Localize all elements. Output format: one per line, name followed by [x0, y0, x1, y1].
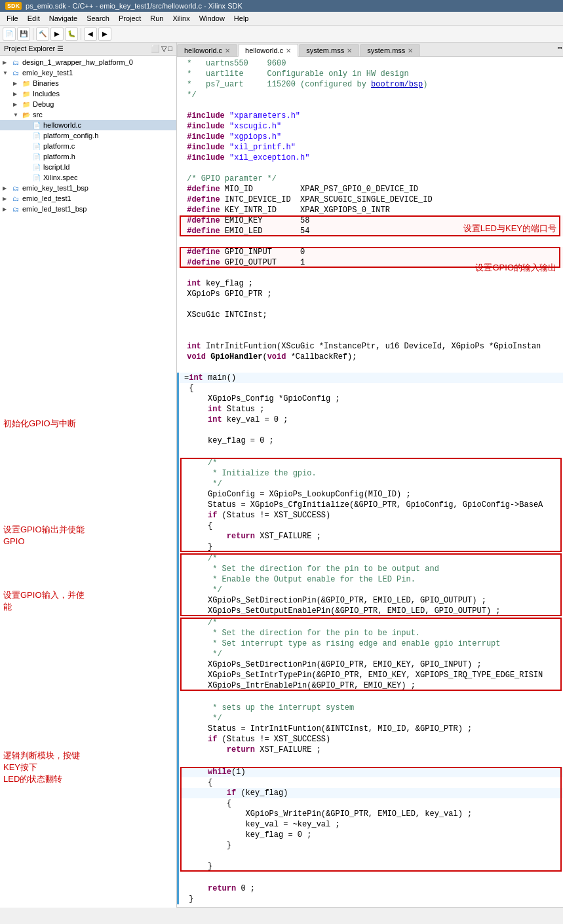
tree-label: emio_key_test1: [22, 69, 73, 77]
tab-close[interactable]: ✕: [225, 47, 230, 54]
code-text: [177, 163, 563, 174]
tree-label: platform.h: [43, 153, 75, 160]
menu-search[interactable]: Search: [83, 13, 113, 24]
tree-arrow: ▶: [3, 60, 10, 65]
tab-close[interactable]: ✕: [408, 47, 413, 54]
tree-item-xilinx-spec[interactable]: 📄 Xilinx.spec: [0, 172, 176, 183]
menu-help[interactable]: Help: [230, 13, 253, 24]
tree-item-platform-c[interactable]: 📄 platform.c: [0, 141, 176, 151]
code-line: int IntrInitFuntion(XScuGic *InstancePtr…: [177, 341, 563, 352]
tree-arrow: ▶: [3, 185, 10, 191]
toolbar-forward[interactable]: ▶: [98, 28, 111, 41]
code-line: * uartlite Configurable only in HW desig…: [177, 69, 563, 79]
code-line: #define MIO_ID XPAR_PS7_GPIO_0_DEVICE_ID: [177, 184, 563, 194]
tree-label: lscript.ld: [43, 163, 69, 171]
code-text: int IntrInitFuntion(XScuGic *InstancePtr…: [177, 341, 563, 352]
code-line: * uartns550 9600: [177, 58, 563, 69]
code-text: #define MIO_ID XPAR_PS7_GPIO_0_DEVICE_ID: [177, 184, 563, 194]
tree-item-emio-key[interactable]: ▼ 🗂 emio_key_test1: [0, 67, 176, 78]
tab-helloworld1[interactable]: helloworld.c ✕: [177, 44, 237, 56]
menu-run[interactable]: Run: [146, 13, 167, 24]
toolbar-run[interactable]: ▶: [50, 28, 64, 41]
tree-item-platform-h[interactable]: 📄 platform.h: [0, 151, 176, 162]
tree-item-includes[interactable]: ▶ 📁 Includes: [0, 88, 176, 99]
toolbar-build[interactable]: 🔨: [36, 28, 49, 41]
tree-item-design1[interactable]: ▶ 🗂 design_1_wrapper_hw_platform_0: [0, 57, 176, 67]
code-line: XGpioPs_SetDirectionPin(&GPIO_PTR, EMIO_…: [179, 659, 563, 670]
folder-icon: 📁: [21, 100, 31, 109]
tab-label: system.mss: [367, 46, 405, 54]
code-line: return 0 ;: [179, 883, 563, 894]
minimize-icon[interactable]: ▽: [161, 45, 166, 53]
annotation-logic: 逻辑判断模块，按键KEY按下LED的状态翻转: [3, 750, 88, 786]
menu-navigate[interactable]: Navigate: [45, 13, 81, 24]
code-line: return XST_FAILURE ;: [179, 531, 563, 542]
panel-header: Project Explorer ☰ ⬜ ▽ □: [0, 43, 176, 56]
code-line: #define INTC_DEVICE_ID XPAR_SCUGIC_SINGL…: [177, 194, 563, 205]
tree-item-emio-key-bsp[interactable]: ▶ 🗂 emio_key_test1_bsp: [0, 183, 176, 193]
code-text: /*: [179, 553, 563, 564]
maximize-icon[interactable]: □: [168, 45, 172, 53]
code-text: void GpioHandler(void *CallbackRef);: [177, 352, 563, 362]
title-bar: SDK ps_emio.sdk - C/C++ - emio_key_test1…: [0, 0, 563, 12]
tree-item-src[interactable]: ▼ 📂 src: [0, 109, 176, 120]
toolbar-save[interactable]: 💾: [17, 28, 30, 41]
code-text: #include "xil_printf.h": [177, 142, 563, 153]
code-content: * uartns550 9600 * uartlite Configurable…: [177, 57, 563, 908]
code-text: #include "xparameters.h": [177, 111, 563, 121]
code-text: * Enable the Output enable for the LED P…: [179, 574, 563, 585]
code-text: {: [179, 383, 563, 394]
code-text: Status = IntrInitFuntion(&INTCInst, MIO_…: [179, 724, 563, 734]
tab-system-mss2[interactable]: system.mss ✕: [360, 44, 420, 56]
code-editor[interactable]: * uartns550 9600 * uartlite Configurable…: [177, 57, 563, 908]
collapse-icon[interactable]: ⬜: [151, 45, 160, 53]
tree-item-lscript[interactable]: 📄 lscript.ld: [0, 162, 176, 172]
code-line: {: [179, 383, 563, 394]
menu-project[interactable]: Project: [115, 13, 145, 24]
code-text: XGpioPs_SetOutputEnablePin(&GPIO_PTR, EM…: [179, 606, 563, 616]
tab-close[interactable]: ✕: [286, 47, 291, 54]
code-line: XGpioPs_WritePin(&GPIO_PTR, EMIO_LED, ke…: [179, 809, 563, 819]
code-text: */: [177, 90, 563, 100]
code-text: [179, 873, 563, 883]
menu-file[interactable]: File: [3, 13, 22, 24]
tree-item-binaries[interactable]: ▶ 📁 Binaries: [0, 78, 176, 88]
menu-window[interactable]: Window: [195, 13, 229, 24]
tree-item-emio-led-bsp[interactable]: ▶ 🗂 emio_led_test1_bsp: [0, 204, 176, 214]
annotation-set-input: 设置GPIO输入，并使能: [3, 589, 88, 613]
code-text: if (Status != XST_SUCCESS): [179, 734, 563, 745]
folder-icon: 📁: [21, 89, 31, 98]
tab-label: helloworld.c: [184, 46, 222, 54]
code-text: return XST_FAILURE ;: [179, 531, 563, 542]
code-line: [179, 446, 563, 456]
tree-item-platform-config[interactable]: 📄 platform_config.h: [0, 130, 176, 141]
toolbar-back[interactable]: ◀: [84, 28, 97, 41]
tab-close[interactable]: ✕: [347, 47, 352, 54]
code-text: }: [179, 894, 563, 904]
tab-minimize[interactable]: ▭: [558, 44, 562, 52]
toolbar-new[interactable]: 📄: [3, 28, 16, 41]
tab-helloworld2[interactable]: helloworld.c ✕: [238, 44, 298, 57]
menu-edit[interactable]: Edit: [24, 13, 44, 24]
code-text: #define KEY_INTR_ID XPAR_XGPIOPS_0_INTR: [177, 205, 563, 215]
code-text: if (Status != XST_SUCCESS): [179, 510, 563, 521]
code-text: #include "xscugic.h": [177, 121, 563, 132]
code-text: XGpioPs_WritePin(&GPIO_PTR, EMIO_LED, ke…: [179, 809, 563, 819]
code-line: /*: [179, 553, 563, 564]
code-text: /*: [179, 618, 563, 628]
code-line: int key_val = 0 ;: [179, 415, 563, 425]
code-text: if (key_flag): [179, 788, 563, 798]
tab-system-mss1[interactable]: system.mss ✕: [299, 44, 359, 56]
tree-label: emio_led_test1_bsp: [22, 205, 87, 213]
code-text: */: [179, 479, 563, 489]
project-icon: 🗂: [10, 58, 21, 67]
tree-item-helloworld[interactable]: 📄 helloworld.c: [0, 120, 176, 130]
toolbar-debug[interactable]: 🐛: [65, 28, 78, 41]
menu-xilinx[interactable]: Xilinx: [168, 13, 193, 24]
code-line: XGpioPs_SetDirectionPin(&GPIO_PTR, EMIO_…: [179, 595, 563, 606]
code-text: key_val = ~key_val ;: [179, 819, 563, 830]
tree-item-debug[interactable]: ▶ 📁 Debug: [0, 99, 176, 109]
code-text: XGpioPs_SetDirectionPin(&GPIO_PTR, EMIO_…: [179, 595, 563, 606]
tree-arrow: ▼: [13, 112, 21, 118]
tree-item-emio-led[interactable]: ▶ 🗂 emio_led_test1: [0, 193, 176, 204]
